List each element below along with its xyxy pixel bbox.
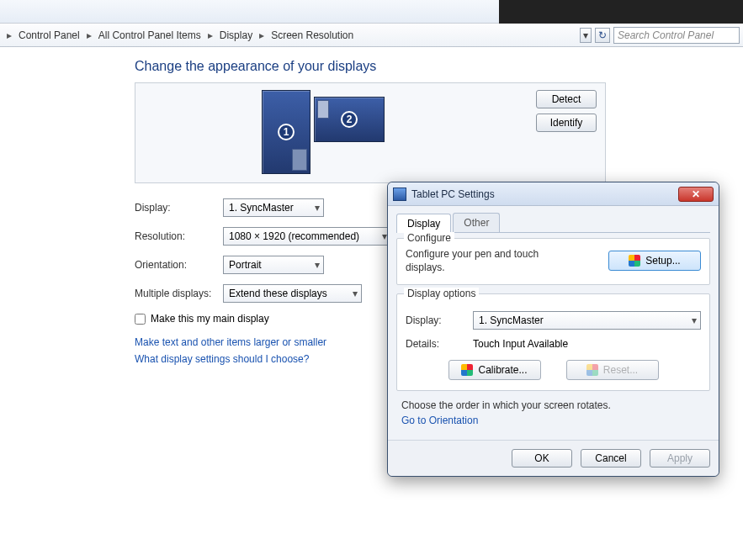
search-input[interactable]: Search Control Panel (613, 27, 740, 44)
window-chrome-dark (499, 0, 743, 24)
breadcrumb-all-items[interactable]: All Control Panel Items (95, 28, 204, 43)
page-title: Change the appearance of your displays (135, 59, 606, 74)
search-placeholder: Search Control Panel (618, 29, 714, 41)
tablet-pc-settings-dialog: Tablet PC Settings ✕ Display Other Confi… (387, 182, 719, 477)
display-combo-value: 1. SyncMaster (229, 202, 294, 214)
chevron-right-icon: ▸ (83, 29, 95, 41)
multiple-displays-combo-value: Extend these displays (229, 288, 327, 299)
breadcrumb-display[interactable]: Display (216, 28, 256, 43)
calibrate-button[interactable]: Calibrate... (448, 360, 541, 380)
reset-button: Reset... (566, 360, 659, 380)
monitor-1-accent (292, 149, 307, 171)
reset-button-label: Reset... (603, 364, 638, 376)
dialog-footer: OK Cancel Apply (388, 440, 719, 476)
calibrate-button-label: Calibrate... (478, 364, 527, 376)
setup-button[interactable]: Setup... (608, 251, 701, 271)
orientation-combo[interactable]: Portrait (223, 256, 324, 274)
display-options-group: Display options Display: 1. SyncMaster D… (396, 293, 710, 391)
configure-group: Configure Configure your pen and touch d… (396, 238, 710, 285)
breadcrumb-control-panel[interactable]: Control Panel (15, 28, 83, 43)
multiple-displays-label: Multiple displays: (135, 288, 223, 299)
display-label: Display: (135, 202, 223, 214)
monitor-2-accent (317, 100, 329, 119)
detect-button[interactable]: Detect (536, 90, 597, 108)
resolution-combo-value: 1080 × 1920 (recommended) (229, 230, 359, 242)
tabstrip: Display Other (396, 213, 710, 233)
resolution-combo[interactable]: 1080 × 1920 (recommended) (223, 227, 391, 246)
display-combo[interactable]: 1. SyncMaster (223, 198, 324, 217)
orientation-combo-value: Portrait (229, 259, 262, 271)
chevron-right-icon: ▸ (3, 29, 15, 41)
orientation-label: Orientation: (135, 259, 223, 271)
monitor-group: 1 2 (262, 90, 385, 174)
dialog-title-text: Tablet PC Settings (411, 188, 678, 200)
rotate-order-text: Choose the order in which your screen ro… (401, 399, 705, 411)
close-button[interactable]: ✕ (678, 187, 714, 202)
go-to-orientation-link[interactable]: Go to Orientation (401, 415, 710, 426)
cancel-button[interactable]: Cancel (581, 449, 641, 468)
breadcrumb-dropdown[interactable]: ▾ (580, 28, 592, 43)
main-display-checkbox[interactable] (135, 314, 146, 325)
chevron-right-icon: ▸ (204, 29, 216, 41)
ok-button[interactable]: OK (512, 449, 572, 468)
setup-button-label: Setup... (645, 255, 680, 267)
chevron-right-icon: ▸ (256, 29, 268, 41)
monitor-1-badge: 1 (278, 124, 295, 140)
options-display-label: Display: (406, 314, 473, 326)
details-value: Touch Input Available (473, 338, 701, 350)
main-display-checkbox-label: Make this my main display (151, 313, 269, 325)
monitor-2-badge: 2 (341, 111, 358, 128)
options-display-combo[interactable]: 1. SyncMaster (473, 311, 701, 330)
breadcrumb-screen-resolution[interactable]: Screen Resolution (268, 28, 357, 43)
details-label: Details: (406, 338, 473, 350)
configure-text: Configure your pen and touch displays. (406, 247, 574, 274)
display-options-legend: Display options (404, 288, 479, 299)
multiple-displays-combo[interactable]: Extend these displays (223, 284, 362, 303)
dialog-titlebar[interactable]: Tablet PC Settings ✕ (388, 182, 719, 206)
shield-icon (629, 255, 640, 267)
shield-icon (461, 364, 473, 376)
configure-legend: Configure (404, 232, 454, 244)
apply-button: Apply (650, 449, 710, 468)
monitor-1[interactable]: 1 (262, 90, 310, 174)
resolution-label: Resolution: (135, 230, 223, 242)
refresh-icon[interactable]: ↻ (595, 28, 610, 43)
display-arrangement[interactable]: 1 2 Detect Identify (135, 82, 606, 183)
tab-other[interactable]: Other (453, 213, 500, 232)
options-display-combo-value: 1. SyncMaster (479, 314, 544, 326)
monitor-2[interactable]: 2 (314, 97, 385, 142)
identify-button[interactable]: Identify (536, 114, 597, 132)
shield-icon (586, 364, 598, 376)
dialog-icon (393, 188, 406, 201)
breadcrumb: ▸ Control Panel ▸ All Control Panel Item… (0, 24, 743, 47)
tab-display[interactable]: Display (396, 214, 451, 233)
